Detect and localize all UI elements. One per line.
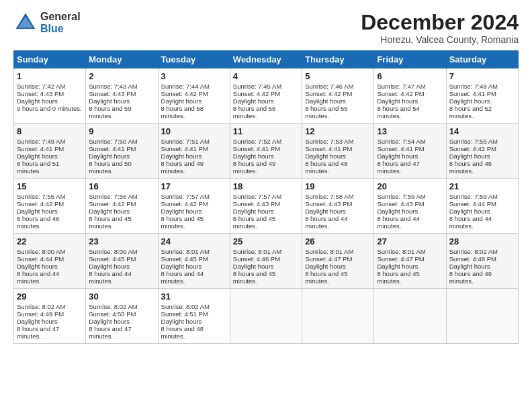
day-number: 5	[305, 71, 371, 81]
day-number: 16	[89, 181, 154, 191]
sunrise-label: Sunrise: 7:55 AM	[17, 193, 65, 200]
day-number: 9	[89, 126, 154, 136]
sunrise-label: Sunrise: 7:56 AM	[89, 193, 137, 200]
daylight-label: Daylight hours	[233, 263, 274, 270]
day-cell-12: 12Sunrise: 7:53 AMSunset: 4:41 PMDayligh…	[302, 124, 374, 179]
day-number: 23	[89, 236, 154, 246]
daylight-value: 8 hours and 49 minutes.	[233, 160, 275, 175]
sunset-label: Sunset: 4:43 PM	[17, 90, 64, 97]
day-cell-5: 5Sunrise: 7:46 AMSunset: 4:42 PMDaylight…	[302, 68, 374, 124]
day-cell-23: 23Sunrise: 8:00 AMSunset: 4:45 PMDayligh…	[86, 234, 158, 289]
daylight-label: Daylight hours	[377, 152, 418, 160]
sunset-label: Sunset: 4:41 PM	[449, 90, 496, 97]
daylight-label: Daylight hours	[17, 97, 58, 105]
day-cell-10: 10Sunrise: 7:51 AMSunset: 4:41 PMDayligh…	[158, 124, 230, 179]
day-number: 25	[233, 236, 299, 246]
daylight-label: Daylight hours	[305, 208, 346, 215]
sunset-label: Sunset: 4:51 PM	[161, 310, 208, 318]
day-cell-19: 19Sunrise: 7:58 AMSunset: 4:43 PMDayligh…	[302, 179, 374, 234]
day-number: 1	[17, 71, 83, 81]
daylight-value: 8 hours and 45 minutes.	[305, 270, 347, 285]
daylight-label: Daylight hours	[449, 97, 490, 105]
daylight-value: 8 hours and 51 minutes.	[17, 160, 59, 175]
sunrise-label: Sunrise: 7:46 AM	[305, 83, 353, 90]
sunset-label: Sunset: 4:42 PM	[377, 90, 424, 97]
sunset-label: Sunset: 4:42 PM	[305, 90, 352, 97]
sunrise-label: Sunrise: 7:52 AM	[233, 138, 281, 145]
sunrise-label: Sunrise: 7:47 AM	[377, 83, 425, 90]
day-number: 30	[89, 291, 154, 302]
sunrise-label: Sunrise: 8:02 AM	[89, 303, 137, 310]
day-number: 21	[449, 181, 515, 191]
day-number: 18	[233, 181, 299, 191]
sunrise-label: Sunrise: 8:00 AM	[89, 248, 137, 255]
daylight-label: Daylight hours	[89, 263, 130, 270]
daylight-label: Daylight hours	[161, 208, 202, 215]
day-number: 12	[305, 126, 371, 136]
week-row-2: 8Sunrise: 7:49 AMSunset: 4:41 PMDaylight…	[14, 124, 519, 179]
week-row-1: 1Sunrise: 7:42 AMSunset: 4:43 PMDaylight…	[14, 68, 519, 124]
sunset-label: Sunset: 4:48 PM	[449, 255, 496, 263]
day-number: 8	[17, 126, 83, 136]
daylight-value: 8 hours and 55 minutes.	[305, 105, 347, 120]
day-cell-15: 15Sunrise: 7:55 AMSunset: 4:42 PMDayligh…	[14, 179, 86, 234]
day-number: 26	[305, 236, 371, 246]
month-title: December 2024	[361, 11, 519, 34]
day-cell-16: 16Sunrise: 7:56 AMSunset: 4:42 PMDayligh…	[86, 179, 158, 234]
col-header-thursday: Thursday	[302, 51, 374, 68]
sunrise-label: Sunrise: 7:57 AM	[161, 193, 210, 200]
day-number: 7	[449, 71, 515, 81]
daylight-value: 8 hours and 52 minutes.	[449, 105, 492, 120]
sunset-label: Sunset: 4:41 PM	[161, 145, 208, 152]
day-number: 2	[89, 71, 154, 81]
sunrise-label: Sunrise: 7:59 AM	[377, 193, 425, 200]
sunset-label: Sunset: 4:45 PM	[161, 255, 208, 263]
sunset-label: Sunset: 4:42 PM	[17, 200, 64, 208]
sunrise-label: Sunrise: 7:51 AM	[161, 138, 210, 145]
sunrise-label: Sunrise: 8:01 AM	[233, 248, 281, 255]
daylight-value: 8 hours and 54 minutes.	[377, 105, 419, 120]
sunrise-label: Sunrise: 8:02 AM	[161, 303, 210, 310]
day-number: 3	[161, 71, 227, 81]
day-cell-6: 6Sunrise: 7:47 AMSunset: 4:42 PMDaylight…	[374, 68, 446, 124]
day-number: 15	[17, 181, 83, 191]
sunrise-label: Sunrise: 7:42 AM	[17, 83, 65, 90]
day-number: 19	[305, 181, 371, 191]
location-subtitle: Horezu, Valcea County, Romania	[361, 34, 519, 45]
sunset-label: Sunset: 4:42 PM	[161, 90, 208, 97]
day-cell-21: 21Sunrise: 7:59 AMSunset: 4:44 PMDayligh…	[446, 179, 518, 234]
sunrise-label: Sunrise: 7:58 AM	[305, 193, 353, 200]
day-cell-9: 9Sunrise: 7:50 AMSunset: 4:41 PMDaylight…	[86, 124, 158, 179]
sunset-label: Sunset: 4:42 PM	[449, 145, 496, 152]
day-number: 14	[449, 126, 515, 136]
daylight-label: Daylight hours	[17, 152, 58, 160]
daylight-value: 8 hours and 47 minutes.	[377, 160, 419, 175]
col-header-monday: Monday	[86, 51, 158, 68]
daylight-value: 8 hours and 46 minutes.	[17, 215, 59, 230]
day-number: 28	[449, 236, 515, 246]
sunset-label: Sunset: 4:41 PM	[377, 145, 424, 152]
daylight-value: 8 hours and 44 minutes.	[305, 215, 347, 230]
daylight-value: 8 hours and 46 minutes.	[449, 270, 492, 285]
col-header-sunday: Sunday	[14, 51, 86, 68]
daylight-value: 8 hours and 48 minutes.	[305, 160, 347, 175]
day-cell-8: 8Sunrise: 7:49 AMSunset: 4:41 PMDaylight…	[14, 124, 86, 179]
daylight-value: 8 hours and 45 minutes.	[233, 270, 275, 285]
daylight-value: 8 hours and 44 minutes.	[17, 270, 59, 285]
sunrise-label: Sunrise: 8:00 AM	[17, 248, 65, 255]
daylight-value: 8 hours and 56 minutes.	[233, 105, 275, 120]
daylight-value: 8 hours and 44 minutes.	[377, 215, 419, 230]
logo: General Blue	[13, 11, 81, 35]
daylight-label: Daylight hours	[377, 208, 418, 215]
sunrise-label: Sunrise: 7:45 AM	[233, 83, 281, 90]
daylight-label: Daylight hours	[233, 208, 274, 215]
daylight-label: Daylight hours	[17, 263, 58, 270]
calendar-page: General Blue December 2024 Horezu, Valce…	[0, 0, 532, 411]
daylight-label: Daylight hours	[89, 208, 130, 215]
day-cell-29: 29Sunrise: 8:02 AMSunset: 4:49 PMDayligh…	[14, 289, 86, 344]
daylight-label: Daylight hours	[161, 318, 202, 325]
daylight-label: Daylight hours	[161, 263, 202, 270]
sunset-label: Sunset: 4:47 PM	[305, 255, 352, 263]
sunset-label: Sunset: 4:50 PM	[89, 310, 136, 318]
day-number: 31	[161, 291, 227, 302]
